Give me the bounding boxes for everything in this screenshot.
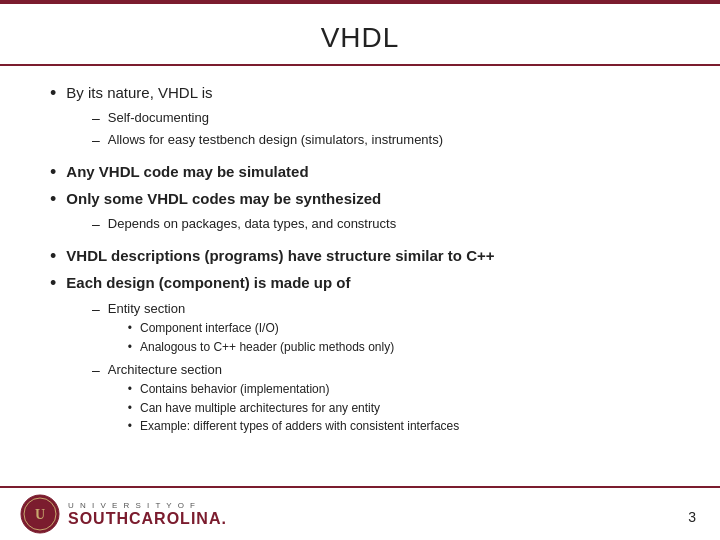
level3-bullets-entity: • Component interface (I/O) • Analogous … [128,320,394,356]
bullet-item: • Any VHDL code may be simulated [50,161,670,184]
section-2: • Any VHDL code may be simulated • Only … [50,161,670,235]
logo-university-text: U N I V E R S I T Y O F [68,501,227,510]
section-3: • VHDL descriptions (programs) have stru… [50,245,670,438]
level3-dot: • [128,339,132,356]
footer: U U N I V E R S I T Y O F SOUTHCAROLINA. [0,486,720,540]
level3-dot: • [128,381,132,398]
level3-item: • Analogous to C++ header (public method… [128,339,394,356]
bullet-item: • Only some VHDL codes may be synthesize… [50,188,670,211]
section-1: • By its nature, VHDL is – Self-document… [50,82,670,151]
sub-bullet-item: – Allows for easy testbench design (simu… [92,131,670,151]
sub-text-architecture: Architecture section [108,362,222,377]
level3-dot: • [128,320,132,337]
level3-item: • Contains behavior (implementation) [128,381,459,398]
bullet-text: Any VHDL code may be simulated [66,161,308,182]
sub-bullet-architecture: – Architecture section • Contains behavi… [92,361,670,439]
level3-item: • Example: different types of adders wit… [128,418,459,435]
level3-text: Component interface (I/O) [140,320,279,337]
slide: VHDL • By its nature, VHDL is – Self-doc… [0,0,720,540]
sub-dash: – [92,109,100,129]
bullet-item: • By its nature, VHDL is [50,82,670,105]
logo-emblem: U [20,494,60,534]
level3-item: • Component interface (I/O) [128,320,394,337]
level3-dot: • [128,400,132,417]
logo-text-area: U N I V E R S I T Y O F SOUTHCAROLINA. [68,501,227,528]
sub-bullets-1: – Self-documenting – Allows for easy tes… [92,109,670,150]
sub-text: Self-documenting [108,109,209,127]
sub-dash: – [92,361,100,381]
level3-text: Contains behavior (implementation) [140,381,329,398]
sub-bullet-entity: – Entity section • Component interface (… [92,300,670,359]
level3-text: Example: different types of adders with … [140,418,459,435]
slide-title: VHDL [40,22,680,54]
footer-logo: U U N I V E R S I T Y O F SOUTHCAROLINA. [20,494,227,534]
bullet-text: VHDL descriptions (programs) have struct… [66,245,494,266]
page-number: 3 [688,509,696,525]
sub-bullets-3: – Entity section • Component interface (… [92,300,670,438]
bullet-item: • VHDL descriptions (programs) have stru… [50,245,670,268]
bullet-item: • Each design (component) is made up of [50,272,670,295]
sub-text: Depends on packages, data types, and con… [108,215,396,233]
bullet-dot: • [50,245,56,268]
level3-bullets-architecture: • Contains behavior (implementation) • C… [128,381,459,435]
sub-dash: – [92,215,100,235]
level3-item: • Can have multiple architectures for an… [128,400,459,417]
bullet-text: Only some VHDL codes may be synthesized [66,188,381,209]
bullet-dot: • [50,188,56,211]
bullet-text: By its nature, VHDL is [66,82,212,103]
sub-bullet-item: – Depends on packages, data types, and c… [92,215,670,235]
bullet-text-label: By its nature, VHDL is [66,84,212,101]
bullet-dot: • [50,82,56,105]
logo-name: SOUTHCAROLINA. [68,510,227,528]
sub-text: Allows for easy testbench design (simula… [108,131,443,149]
bullet-text: Each design (component) is made up of [66,272,350,293]
bullet-dot: • [50,161,56,184]
sub-dash: – [92,300,100,320]
level3-text: Can have multiple architectures for any … [140,400,380,417]
title-area: VHDL [0,4,720,66]
level3-dot: • [128,418,132,435]
sub-text-entity: Entity section [108,301,185,316]
logo-carolina: CAROLINA. [129,510,227,527]
svg-text:U: U [35,507,45,522]
logo-south: SOUTH [68,510,129,527]
bullet-dot: • [50,272,56,295]
content-area: • By its nature, VHDL is – Self-document… [0,66,720,486]
sub-bullets-2: – Depends on packages, data types, and c… [92,215,670,235]
sub-bullet-item: – Self-documenting [92,109,670,129]
level3-text: Analogous to C++ header (public methods … [140,339,394,356]
sub-dash: – [92,131,100,151]
